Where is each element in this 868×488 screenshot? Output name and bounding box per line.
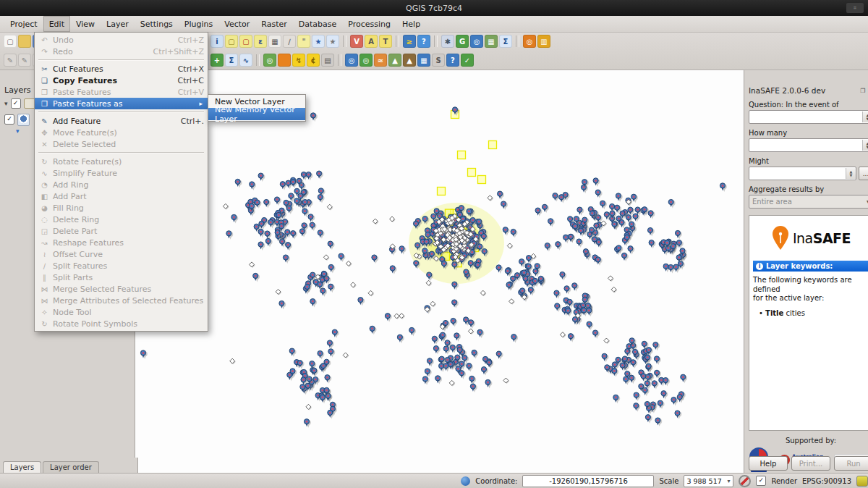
money-icon[interactable]: ¢ bbox=[307, 54, 320, 67]
select-features-icon[interactable]: ▢ bbox=[225, 35, 238, 48]
measure-icon[interactable]: ∕ bbox=[283, 35, 296, 48]
annotation-icon[interactable]: A bbox=[365, 35, 378, 48]
coordinate-label: Coordinate: bbox=[475, 477, 517, 485]
keywords-description: The following keywords are defined for t… bbox=[753, 276, 868, 303]
map-tips-icon[interactable]: " bbox=[297, 35, 310, 48]
road-graph-icon[interactable]: S bbox=[432, 54, 445, 67]
field-calculator-icon[interactable]: Σ bbox=[499, 35, 512, 48]
interpolation-icon[interactable]: ▲ bbox=[388, 54, 401, 67]
layer-group-checkbox[interactable]: ✓ bbox=[11, 98, 21, 109]
expand-arrow-icon[interactable]: ▾ bbox=[4, 100, 8, 107]
dock-tab-layer-order[interactable]: Layer order bbox=[43, 461, 99, 474]
sum-icon[interactable]: Σ bbox=[225, 54, 238, 67]
float-inasafe-panel-icon[interactable]: ❐ bbox=[860, 88, 865, 94]
submenu-item-new-memory-vector-layer[interactable]: New Memory Vector Layer bbox=[208, 108, 305, 120]
georeferencer-icon[interactable]: + bbox=[210, 54, 224, 67]
open-project-icon[interactable] bbox=[18, 35, 31, 48]
coordinate-field[interactable]: -19260190,15796716 bbox=[522, 475, 654, 487]
menu-plugins[interactable]: Plugins bbox=[179, 16, 218, 32]
processing-toolbox-icon[interactable]: ✱ bbox=[441, 35, 454, 48]
show-bookmarks-icon[interactable]: ★ bbox=[326, 35, 339, 48]
edit-menu-item-paste-features-as[interactable]: ❐Paste Features as▸ bbox=[35, 98, 208, 109]
coordinate-capture-icon[interactable]: ◎ bbox=[263, 54, 276, 67]
globe-blue-icon[interactable]: ◎ bbox=[345, 54, 358, 67]
new-project-icon[interactable]: ▢ bbox=[4, 35, 17, 48]
zonal-stats-icon[interactable]: ▦ bbox=[417, 54, 430, 67]
menu-item-label: Merge Selected Features bbox=[51, 285, 151, 294]
menu-layer[interactable]: Layer bbox=[101, 16, 135, 32]
messages-icon[interactable] bbox=[856, 476, 868, 487]
identify-features-icon[interactable]: i bbox=[210, 35, 224, 48]
map-canvas[interactable] bbox=[135, 70, 744, 474]
inasafe-logo-text: InaSAFE bbox=[793, 230, 851, 246]
keyboard-indicator-icon[interactable]: ⌗ bbox=[846, 3, 864, 13]
spatial-query-icon[interactable]: ? bbox=[446, 54, 459, 67]
hazard-combo[interactable]: ▲▼ bbox=[749, 110, 868, 124]
map-composer-icon[interactable]: ▥ bbox=[537, 35, 550, 48]
globe-green-icon[interactable]: ◎ bbox=[359, 54, 373, 67]
aggregation-combo[interactable]: Entire area ▾ bbox=[749, 195, 868, 209]
add-ring-icon: ◔ bbox=[38, 181, 51, 189]
tracking-icon[interactable] bbox=[461, 476, 470, 486]
select-by-expression-icon[interactable]: ε bbox=[254, 35, 267, 48]
edit-menu-item-redo: ↷RedoCtrl+Shift+Z bbox=[35, 46, 208, 57]
exposure-combo[interactable]: ▲▼ bbox=[749, 138, 868, 152]
menu-item-label: Add Part bbox=[51, 192, 87, 201]
current-edits-icon[interactable]: ✎ bbox=[4, 54, 17, 67]
menu-database[interactable]: Database bbox=[293, 16, 343, 32]
layers-panel-title: Layers bbox=[4, 85, 30, 95]
toggle-editing-icon[interactable]: ✎ bbox=[18, 54, 31, 67]
epsg-label[interactable]: EPSG:900913 bbox=[802, 477, 851, 485]
menu-vector[interactable]: Vector bbox=[218, 16, 255, 32]
layer-checkbox[interactable]: ✓ bbox=[4, 114, 14, 125]
menu-project[interactable]: Project bbox=[4, 16, 43, 32]
menu-view[interactable]: View bbox=[70, 16, 101, 32]
function-combo[interactable]: ▲▼ bbox=[749, 167, 856, 180]
edit-menu-item-delete-part: ◲Delete Part bbox=[35, 225, 208, 237]
new-bookmark-icon[interactable]: ★ bbox=[312, 35, 325, 48]
python-console-icon[interactable]: ≥ bbox=[403, 35, 416, 48]
grass-tools-icon[interactable]: G bbox=[456, 35, 469, 48]
edit-menu-item-cut-features[interactable]: ✂Cut FeaturesCtrl+X bbox=[35, 63, 208, 75]
menu-item-label: Add Feature bbox=[51, 117, 101, 126]
dock-tab-layers[interactable]: Layers bbox=[3, 461, 41, 474]
text-annotation-icon[interactable]: T bbox=[379, 35, 392, 48]
menu-raster[interactable]: Raster bbox=[255, 16, 292, 32]
menu-processing[interactable]: Processing bbox=[342, 16, 396, 32]
menu-item-label: Delete Part bbox=[51, 227, 97, 236]
open-attribute-table-icon[interactable]: ▦ bbox=[268, 35, 281, 48]
run-button[interactable]: Run bbox=[834, 456, 868, 471]
lightning-icon[interactable]: ↯ bbox=[292, 54, 305, 67]
aggregate-label: Aggregate results by bbox=[749, 185, 868, 193]
print-button[interactable]: Print... bbox=[791, 456, 830, 471]
deselect-features-icon[interactable]: ▢ bbox=[239, 35, 252, 48]
scale-combo[interactable]: 3 988 517 ▾ bbox=[684, 475, 733, 487]
raster-tools-icon[interactable]: ▦ bbox=[485, 35, 498, 48]
edit-menu-item-add-feature[interactable]: ✎Add FeatureCtrl+. bbox=[35, 115, 208, 127]
menu-item-shortcut: Ctrl+C bbox=[169, 76, 204, 85]
new-shapefile-icon[interactable]: V bbox=[350, 35, 363, 48]
topology-checker-icon[interactable]: ✓ bbox=[461, 54, 474, 67]
stop-render-icon[interactable] bbox=[739, 475, 751, 487]
statistics-icon[interactable]: ∿ bbox=[239, 54, 252, 67]
dock-icon[interactable]: ▤ bbox=[321, 54, 334, 67]
function-options-button[interactable]: ... bbox=[859, 167, 868, 180]
menu-help[interactable]: Help bbox=[396, 16, 426, 32]
terrain-icon[interactable]: ▲ bbox=[403, 54, 416, 67]
render-checkbox[interactable]: ✓ bbox=[756, 476, 766, 486]
edit-menu-item-copy-features[interactable]: ❏Copy FeaturesCtrl+C bbox=[35, 75, 208, 86]
menu-edit[interactable]: Edit bbox=[43, 16, 70, 32]
edit-menu-item-add-ring: ◔Add Ring bbox=[35, 179, 208, 190]
menu-settings[interactable]: Settings bbox=[135, 16, 179, 32]
osm-plugin-icon[interactable]: ◎ bbox=[523, 35, 536, 48]
edit-menu-item-delete-ring: ◌Delete Ring bbox=[35, 214, 208, 225]
inasafe-icon[interactable] bbox=[278, 54, 291, 67]
menu-item-label: Cut Features bbox=[51, 64, 103, 74]
web-plugin-icon[interactable]: ◎ bbox=[470, 35, 483, 48]
heatmap-icon[interactable]: ≈ bbox=[374, 54, 387, 67]
plugin-help-icon[interactable]: ? bbox=[417, 35, 430, 48]
help-button[interactable]: Help bbox=[749, 456, 788, 471]
simplify-feature-icon: ∿ bbox=[38, 169, 51, 177]
edit-menu-item-split-parts: ∥Split Parts bbox=[35, 272, 208, 283]
spinner-icon: ▲▼ bbox=[862, 112, 868, 122]
